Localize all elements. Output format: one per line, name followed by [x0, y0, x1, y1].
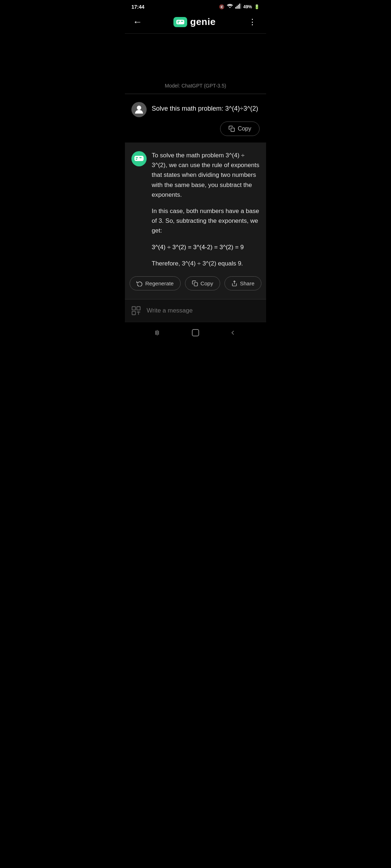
battery-level: 49%: [243, 4, 252, 9]
user-message-row: Solve this math problem: 3^(4)÷3^(2): [125, 94, 266, 117]
regenerate-label: Regenerate: [145, 280, 173, 286]
user-message-text: Solve this math problem: 3^(4)÷3^(2): [152, 101, 258, 113]
svg-rect-2: [238, 5, 239, 9]
share-button[interactable]: Share: [224, 276, 261, 290]
svg-point-9: [137, 106, 141, 110]
ai-paragraph-1: To solve the math problem 3^(4) ÷ 3^(2),…: [152, 150, 260, 200]
menu-button[interactable]: ⋮: [245, 16, 260, 28]
user-copy-row: Copy: [125, 117, 266, 142]
logo-icon: [173, 17, 187, 27]
app-name: genie: [190, 16, 215, 27]
top-nav: ← genie ⋮: [125, 11, 266, 34]
user-avatar: [131, 102, 147, 117]
svg-rect-26: [192, 329, 199, 336]
ai-message-area: To solve the math problem 3^(4) ÷ 3^(2),…: [125, 142, 266, 299]
svg-rect-3: [239, 4, 240, 9]
svg-rect-0: [235, 7, 236, 9]
recent-apps-button[interactable]: [151, 327, 165, 338]
wifi-icon: [227, 4, 233, 10]
svg-rect-13: [136, 159, 137, 160]
home-button[interactable]: [188, 327, 203, 338]
ai-math-line: 3^(4) ÷ 3^(2) = 3^(4-2) = 3^(2) = 9: [152, 242, 260, 252]
svg-rect-6: [177, 21, 180, 21]
svg-rect-7: [177, 22, 179, 23]
signal-icon: [235, 4, 241, 10]
user-copy-label: Copy: [238, 125, 251, 132]
ai-paragraph-3: Therefore, 3^(4) ÷ 3^(2) equals 9.: [152, 259, 260, 268]
svg-rect-10: [231, 128, 234, 132]
app-logo: genie: [173, 16, 215, 27]
ai-message-header: To solve the math problem 3^(4) ÷ 3^(2),…: [131, 150, 260, 268]
svg-rect-5: [176, 20, 184, 24]
user-copy-button[interactable]: Copy: [220, 122, 260, 136]
message-input[interactable]: [147, 307, 260, 314]
share-label: Share: [240, 280, 255, 286]
back-nav-button[interactable]: [226, 327, 240, 338]
svg-rect-1: [237, 6, 237, 9]
svg-rect-17: [132, 307, 135, 310]
ai-paragraph-2: In this case, both numbers have a base o…: [152, 206, 260, 236]
regenerate-button[interactable]: Regenerate: [130, 276, 180, 290]
back-button[interactable]: ←: [131, 15, 144, 29]
svg-rect-11: [134, 156, 143, 161]
status-right: 🔇 49% 🔋: [219, 4, 260, 10]
svg-rect-14: [139, 157, 142, 158]
svg-rect-18: [132, 311, 135, 315]
svg-rect-8: [181, 21, 183, 21]
svg-rect-12: [136, 157, 138, 158]
svg-rect-4: [240, 4, 241, 9]
svg-rect-19: [137, 307, 140, 310]
action-buttons: Regenerate Copy Share: [131, 276, 260, 293]
chat-empty-space: [125, 34, 266, 77]
model-label: Model: ChatGPT (GPT-3.5): [125, 77, 266, 94]
message-input-area: [125, 299, 266, 322]
bottom-bar: [125, 322, 266, 345]
battery-icon: 🔋: [254, 4, 260, 9]
status-time: 17:44: [131, 4, 144, 10]
status-bar: 17:44 🔇 49% 🔋: [125, 0, 266, 11]
ai-copy-label: Copy: [201, 280, 213, 286]
ai-copy-button[interactable]: Copy: [185, 276, 220, 290]
ai-avatar: [131, 151, 147, 166]
input-scan-icon: [130, 305, 142, 317]
mute-icon: 🔇: [219, 4, 224, 9]
chat-area: Model: ChatGPT (GPT-3.5) Solve this math…: [125, 34, 266, 299]
svg-rect-15: [194, 282, 197, 286]
ai-message-content: To solve the math problem 3^(4) ÷ 3^(2),…: [152, 150, 260, 268]
